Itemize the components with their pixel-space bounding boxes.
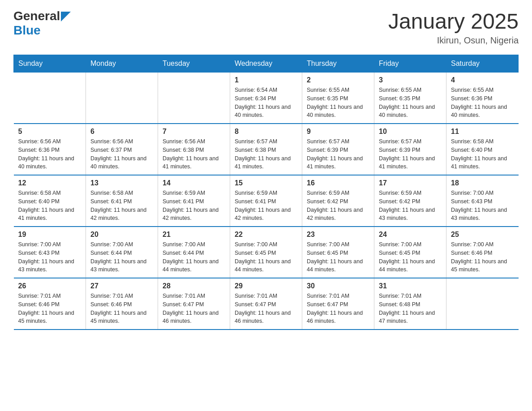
logo-general-text: General	[13, 9, 60, 23]
day-number: 30	[307, 282, 369, 290]
header-day-friday: Friday	[374, 55, 446, 73]
calendar-cell: 18Sunrise: 7:00 AM Sunset: 6:43 PM Dayli…	[446, 175, 519, 227]
day-info: Sunrise: 6:57 AM Sunset: 6:38 PM Dayligh…	[235, 137, 297, 171]
day-info: Sunrise: 6:55 AM Sunset: 6:35 PM Dayligh…	[379, 86, 442, 120]
day-info: Sunrise: 6:59 AM Sunset: 6:42 PM Dayligh…	[379, 189, 442, 223]
day-number: 1	[235, 76, 297, 84]
calendar-cell: 16Sunrise: 6:59 AM Sunset: 6:42 PM Dayli…	[302, 175, 374, 227]
day-number: 22	[235, 231, 297, 239]
day-number: 26	[18, 282, 82, 290]
calendar-cell: 23Sunrise: 7:00 AM Sunset: 6:45 PM Dayli…	[302, 227, 374, 278]
day-number: 2	[307, 76, 369, 84]
calendar-cell: 8Sunrise: 6:57 AM Sunset: 6:38 PM Daylig…	[230, 124, 302, 175]
location-title: Ikirun, Osun, Nigeria	[388, 35, 519, 46]
calendar-cell: 1Sunrise: 6:54 AM Sunset: 6:34 PM Daylig…	[230, 73, 302, 124]
calendar-cell: 17Sunrise: 6:59 AM Sunset: 6:42 PM Dayli…	[374, 175, 446, 227]
day-number: 13	[90, 179, 153, 187]
calendar-cell: 27Sunrise: 7:01 AM Sunset: 6:46 PM Dayli…	[86, 278, 158, 330]
page-header: General Blue January 2025 Ikirun, Osun, …	[13, 9, 519, 46]
header-day-saturday: Saturday	[446, 55, 519, 73]
day-number: 10	[379, 128, 442, 136]
day-number: 18	[451, 179, 514, 187]
month-title: January 2025	[388, 9, 519, 34]
day-number: 24	[379, 231, 442, 239]
day-number: 8	[235, 128, 297, 136]
calendar-cell: 31Sunrise: 7:01 AM Sunset: 6:48 PM Dayli…	[374, 278, 446, 330]
logo: General Blue	[13, 9, 71, 38]
calendar-cell: 28Sunrise: 7:01 AM Sunset: 6:47 PM Dayli…	[158, 278, 230, 330]
day-info: Sunrise: 7:01 AM Sunset: 6:46 PM Dayligh…	[90, 292, 153, 325]
calendar-cell: 3Sunrise: 6:55 AM Sunset: 6:35 PM Daylig…	[374, 73, 446, 124]
day-info: Sunrise: 7:01 AM Sunset: 6:47 PM Dayligh…	[307, 292, 369, 325]
day-number: 16	[307, 179, 369, 187]
calendar-cell	[86, 73, 158, 124]
day-number: 20	[90, 231, 153, 239]
calendar-cell: 26Sunrise: 7:01 AM Sunset: 6:46 PM Dayli…	[14, 278, 86, 330]
day-number: 25	[451, 231, 514, 239]
day-info: Sunrise: 6:54 AM Sunset: 6:34 PM Dayligh…	[235, 86, 297, 120]
calendar-cell: 20Sunrise: 7:00 AM Sunset: 6:44 PM Dayli…	[86, 227, 158, 278]
calendar-cell: 13Sunrise: 6:58 AM Sunset: 6:41 PM Dayli…	[86, 175, 158, 227]
day-info: Sunrise: 6:55 AM Sunset: 6:35 PM Dayligh…	[307, 86, 369, 120]
header-day-sunday: Sunday	[14, 55, 86, 73]
calendar-cell	[446, 278, 519, 330]
day-number: 9	[307, 128, 369, 136]
day-info: Sunrise: 6:59 AM Sunset: 6:41 PM Dayligh…	[163, 189, 225, 223]
day-info: Sunrise: 7:00 AM Sunset: 6:43 PM Dayligh…	[451, 189, 514, 223]
week-row-1: 1Sunrise: 6:54 AM Sunset: 6:34 PM Daylig…	[14, 73, 519, 124]
calendar-cell: 22Sunrise: 7:00 AM Sunset: 6:45 PM Dayli…	[230, 227, 302, 278]
day-number: 28	[163, 282, 225, 290]
calendar-cell	[158, 73, 230, 124]
day-number: 12	[18, 179, 82, 187]
week-row-4: 19Sunrise: 7:00 AM Sunset: 6:43 PM Dayli…	[14, 227, 519, 278]
day-info: Sunrise: 6:57 AM Sunset: 6:39 PM Dayligh…	[307, 137, 369, 171]
calendar-cell: 14Sunrise: 6:59 AM Sunset: 6:41 PM Dayli…	[158, 175, 230, 227]
day-info: Sunrise: 6:57 AM Sunset: 6:39 PM Dayligh…	[379, 137, 442, 171]
day-info: Sunrise: 6:59 AM Sunset: 6:41 PM Dayligh…	[235, 189, 297, 223]
day-info: Sunrise: 7:00 AM Sunset: 6:44 PM Dayligh…	[90, 240, 153, 274]
calendar-header: SundayMondayTuesdayWednesdayThursdayFrid…	[14, 55, 519, 73]
day-number: 15	[235, 179, 297, 187]
calendar-cell: 7Sunrise: 6:56 AM Sunset: 6:38 PM Daylig…	[158, 124, 230, 175]
calendar-cell: 30Sunrise: 7:01 AM Sunset: 6:47 PM Dayli…	[302, 278, 374, 330]
day-number: 17	[379, 179, 442, 187]
day-number: 11	[451, 128, 514, 136]
calendar-body: 1Sunrise: 6:54 AM Sunset: 6:34 PM Daylig…	[14, 73, 519, 330]
calendar-cell: 5Sunrise: 6:56 AM Sunset: 6:36 PM Daylig…	[14, 124, 86, 175]
week-row-2: 5Sunrise: 6:56 AM Sunset: 6:36 PM Daylig…	[14, 124, 519, 175]
calendar-cell: 19Sunrise: 7:00 AM Sunset: 6:43 PM Dayli…	[14, 227, 86, 278]
logo-triangle-icon	[61, 12, 71, 21]
day-info: Sunrise: 6:59 AM Sunset: 6:42 PM Dayligh…	[307, 189, 369, 223]
calendar-cell: 9Sunrise: 6:57 AM Sunset: 6:39 PM Daylig…	[302, 124, 374, 175]
calendar-cell: 11Sunrise: 6:58 AM Sunset: 6:40 PM Dayli…	[446, 124, 519, 175]
calendar-table: SundayMondayTuesdayWednesdayThursdayFrid…	[13, 55, 519, 330]
day-info: Sunrise: 7:01 AM Sunset: 6:47 PM Dayligh…	[235, 292, 297, 325]
day-info: Sunrise: 7:00 AM Sunset: 6:46 PM Dayligh…	[451, 240, 514, 274]
logo-blue-text: Blue	[13, 23, 41, 37]
header-day-thursday: Thursday	[302, 55, 374, 73]
day-number: 3	[379, 76, 442, 84]
calendar-cell: 2Sunrise: 6:55 AM Sunset: 6:35 PM Daylig…	[302, 73, 374, 124]
day-number: 23	[307, 231, 369, 239]
day-info: Sunrise: 6:58 AM Sunset: 6:40 PM Dayligh…	[18, 189, 82, 223]
day-number: 5	[18, 128, 82, 136]
day-info: Sunrise: 7:01 AM Sunset: 6:47 PM Dayligh…	[163, 292, 225, 325]
day-info: Sunrise: 6:55 AM Sunset: 6:36 PM Dayligh…	[451, 86, 514, 120]
day-number: 31	[379, 282, 442, 290]
calendar-cell: 29Sunrise: 7:01 AM Sunset: 6:47 PM Dayli…	[230, 278, 302, 330]
week-row-3: 12Sunrise: 6:58 AM Sunset: 6:40 PM Dayli…	[14, 175, 519, 227]
header-day-tuesday: Tuesday	[158, 55, 230, 73]
day-info: Sunrise: 7:01 AM Sunset: 6:46 PM Dayligh…	[18, 292, 82, 325]
day-info: Sunrise: 7:00 AM Sunset: 6:44 PM Dayligh…	[163, 240, 225, 274]
week-row-5: 26Sunrise: 7:01 AM Sunset: 6:46 PM Dayli…	[14, 278, 519, 330]
svg-marker-0	[61, 12, 71, 21]
day-number: 29	[235, 282, 297, 290]
day-number: 27	[90, 282, 153, 290]
day-number: 21	[163, 231, 225, 239]
calendar-cell: 15Sunrise: 6:59 AM Sunset: 6:41 PM Dayli…	[230, 175, 302, 227]
header-day-monday: Monday	[86, 55, 158, 73]
calendar-cell: 25Sunrise: 7:00 AM Sunset: 6:46 PM Dayli…	[446, 227, 519, 278]
day-number: 19	[18, 231, 82, 239]
day-number: 14	[163, 179, 225, 187]
day-info: Sunrise: 7:00 AM Sunset: 6:45 PM Dayligh…	[235, 240, 297, 274]
